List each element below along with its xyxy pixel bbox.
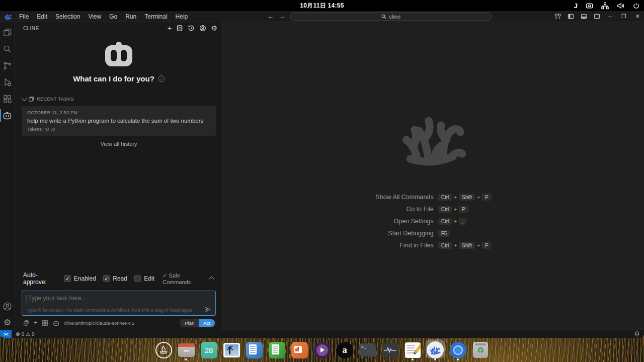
power-icon[interactable]	[632, 2, 640, 10]
panel-title: CLINE	[23, 26, 39, 31]
extensions-icon[interactable]	[0, 90, 15, 107]
settings-gear-icon[interactable]: ⚙	[211, 24, 217, 32]
close-button[interactable]: ✕	[634, 13, 641, 20]
kbd-key: F5	[438, 230, 450, 237]
edit-label: Edit	[144, 275, 154, 282]
input-hint: Type @ for context, / for slash commands…	[27, 308, 204, 313]
shortcut-label: Find in Files	[375, 242, 433, 249]
dock-chromium-icon[interactable]	[448, 339, 467, 360]
kbd-key: ,	[459, 218, 466, 225]
model-robot-icon[interactable]	[53, 320, 59, 326]
recent-task-card[interactable]: OCTOBER 11, 2:52 PM help me write a Pyth…	[22, 106, 216, 136]
history-icon[interactable]	[188, 25, 195, 32]
search-value: cline	[389, 14, 400, 20]
collapse-chevron-icon[interactable]	[209, 277, 214, 282]
back-arrow-icon[interactable]: ←	[267, 13, 274, 20]
context-at-icon[interactable]: @	[23, 319, 29, 326]
mcp-servers-icon[interactable]	[176, 25, 183, 32]
attach-plus-icon[interactable]: +	[34, 319, 37, 326]
explorer-icon[interactable]	[0, 24, 15, 41]
network-icon[interactable]	[601, 2, 609, 10]
customize-layout-icon[interactable]	[554, 13, 561, 20]
dock-terminal-icon[interactable]: >_	[358, 339, 377, 360]
command-center-search[interactable]: cline	[290, 12, 492, 21]
history-nav: ← →	[267, 13, 285, 20]
task-input-box[interactable]: Type your task here... Type @ for contex…	[22, 291, 216, 316]
restore-button[interactable]: ❐	[620, 13, 627, 20]
act-button[interactable]: Act	[199, 319, 215, 327]
titlebar-controls: ─ ❐ ✕	[554, 13, 641, 20]
dock-a-app-icon[interactable]: a	[335, 339, 354, 360]
run-debug-icon[interactable]	[0, 74, 15, 90]
minimize-button[interactable]: ─	[607, 14, 614, 20]
plan-button[interactable]: Plan	[180, 319, 199, 327]
dock-media-player-icon[interactable]	[312, 339, 332, 360]
system-clock[interactable]: 10月11日 14:55	[0, 2, 644, 10]
toggle-sidebar-left-icon[interactable]	[568, 13, 574, 20]
menu-selection[interactable]: Selection	[51, 12, 84, 21]
dock-text-editor-icon[interactable]	[403, 339, 422, 360]
recent-tasks-header[interactable]: RECENT TASKS	[22, 96, 216, 102]
enabled-checkbox[interactable]	[64, 275, 70, 282]
read-label: Read	[113, 275, 127, 282]
input-indicator[interactable]: J	[574, 2, 578, 10]
menu-file[interactable]: File	[15, 12, 33, 21]
search-sidebar-icon[interactable]	[0, 41, 15, 57]
menu-go[interactable]: Go	[105, 12, 121, 21]
menu-terminal[interactable]: Terminal	[140, 12, 171, 21]
send-icon[interactable]	[204, 306, 211, 313]
grid-icon[interactable]	[42, 320, 48, 326]
shortcut-label: Go to File	[375, 206, 433, 213]
enabled-label: Enabled	[74, 275, 96, 282]
cline-sidebar-icon[interactable]	[0, 107, 15, 124]
dock-trash-icon[interactable]: ♻	[471, 339, 490, 360]
system-top-bar: 10月11日 14:55 J	[0, 0, 644, 11]
info-icon[interactable]: i	[158, 75, 165, 82]
dock-impress-icon[interactable]	[290, 339, 309, 360]
cline-logo	[22, 45, 216, 66]
cline-panel-body: What can I do for you? i RECENT TASKS OC…	[15, 34, 222, 330]
source-control-icon[interactable]	[0, 57, 15, 74]
manage-gear-icon[interactable]: ⚙	[4, 315, 11, 330]
menu-edit[interactable]: Edit	[33, 12, 51, 21]
menu-view[interactable]: View	[84, 12, 105, 21]
account-icon[interactable]	[199, 25, 206, 32]
toggle-panel-icon[interactable]	[581, 13, 587, 20]
main-row: ⚙ CLINE + ⚙	[0, 22, 644, 330]
notifications-button[interactable]	[634, 331, 640, 338]
vscode-window: File Edit Selection View Go Run Terminal…	[0, 11, 644, 338]
dock-writer-icon[interactable]	[245, 339, 264, 360]
dock-boat-app-icon[interactable]	[154, 339, 173, 360]
app-coral-icon	[4, 13, 12, 21]
bell-icon	[634, 331, 640, 337]
dock-code-coral-icon[interactable]	[426, 339, 445, 360]
display-icon[interactable]	[586, 2, 593, 10]
dock-calendar-icon[interactable]: 28	[199, 339, 218, 360]
task-tokens: Tokens: ↑0 ↓0	[27, 127, 210, 132]
editor-area[interactable]: Show All Commands CtrlShiftP Go to File …	[223, 22, 644, 330]
menu-run[interactable]: Run	[121, 12, 140, 21]
dock-calc-icon[interactable]	[267, 339, 286, 360]
edit-checkbox[interactable]	[134, 275, 141, 282]
remote-indicator[interactable]: ><	[0, 330, 12, 338]
menu-help[interactable]: Help	[172, 12, 192, 21]
dock-system-monitor-icon[interactable]	[380, 339, 399, 360]
problems-indicator[interactable]: ⊗ 0 ⚠ 0	[16, 331, 34, 337]
dock-image-viewer-icon[interactable]	[222, 339, 241, 360]
activity-bar: ⚙	[0, 22, 15, 330]
vscode-titlebar: File Edit Selection View Go Run Terminal…	[0, 11, 644, 22]
accounts-icon[interactable]	[0, 298, 15, 315]
view-all-history-link[interactable]: View all history	[22, 141, 216, 147]
search-icon	[381, 14, 386, 19]
auto-approve-bar[interactable]: Auto-approve: Enabled Read Edit Safe Com…	[23, 272, 214, 286]
volume-icon[interactable]	[617, 2, 624, 10]
model-name[interactable]: cline:anthropic/claude-sonnet-4.5	[64, 320, 134, 326]
recent-tasks-label: RECENT TASKS	[37, 97, 74, 102]
new-task-icon[interactable]: +	[168, 25, 172, 32]
read-checkbox[interactable]	[103, 275, 110, 282]
kbd-key: Ctrl	[438, 218, 452, 225]
dock-files-icon[interactable]	[177, 339, 196, 360]
forward-arrow-icon[interactable]: →	[279, 13, 285, 20]
toggle-sidebar-right-icon[interactable]	[594, 13, 600, 20]
kbd-key: Ctrl	[438, 206, 452, 213]
